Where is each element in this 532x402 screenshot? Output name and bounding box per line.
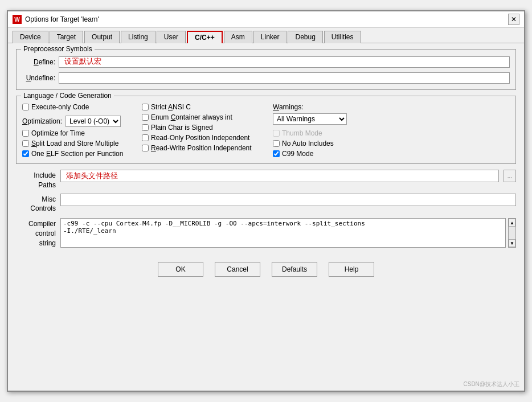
enum-container-label: Enum Container always int — [151, 113, 232, 121]
compiler-string-textarea[interactable] — [60, 218, 506, 248]
strict-ansi-row: Strict ANSI C — [142, 103, 267, 111]
include-paths-row: IncludePaths 添加头文件路径 ... — [16, 170, 516, 190]
define-row: Define: 设置默认宏 — [22, 56, 510, 68]
c99-mode-checkbox[interactable] — [273, 150, 280, 157]
define-label: Define: — [22, 58, 55, 66]
no-auto-includes-label: No Auto Includes — [282, 140, 334, 147]
optimize-time-row: Optimize for Time — [22, 129, 136, 137]
warnings-select-row: All Warnings No Warnings MISRA Warnings — [273, 113, 364, 125]
include-paths-input[interactable] — [60, 170, 499, 182]
one-elf-row: One ELF Section per Function — [22, 150, 136, 158]
tab-target[interactable]: Target — [50, 31, 83, 43]
help-button[interactable]: Help — [329, 262, 374, 277]
tab-cpp[interactable]: C/C++ — [187, 31, 223, 43]
plain-char-label: Plain Char is Signed — [151, 124, 213, 132]
include-annotation: 添加头文件路径 — [66, 171, 118, 181]
title-bar: W Options for Target 'learn' ✕ — [8, 11, 524, 28]
language-codegen-group: Language / Code Generation Execute-only … — [16, 96, 516, 164]
no-auto-includes-row: No Auto Includes — [273, 140, 364, 147]
misc-controls-row: MiscControls — [16, 194, 516, 214]
read-only-pi-row: Read-Only Position Independent — [142, 134, 267, 142]
strict-ansi-label: Strict ANSI C — [151, 103, 191, 111]
optimize-time-label: Optimize for Time — [31, 129, 85, 137]
undefine-input[interactable] — [59, 72, 510, 84]
title-bar-left: W Options for Target 'learn' — [13, 15, 99, 24]
preprocessor-group-title: Preprocessor Symbols — [21, 45, 95, 53]
misc-controls-label: MiscControls — [16, 194, 56, 214]
compiler-wrap: ▲ ▼ — [60, 218, 516, 248]
tab-asm[interactable]: Asm — [224, 31, 252, 43]
c99-mode-label: C99 Mode — [282, 150, 313, 158]
warnings-label: Warnings: — [273, 103, 364, 111]
compiler-scrollbar: ▲ ▼ — [508, 218, 516, 248]
cancel-button[interactable]: Cancel — [215, 262, 260, 277]
optimization-row: Optimization: Level 0 (-O0) Level 1 (-O1… — [22, 116, 136, 127]
tab-utilities[interactable]: Utilities — [324, 31, 361, 43]
execute-only-label: Execute-only Code — [31, 103, 89, 111]
undefine-label: Undefine: — [22, 74, 55, 82]
tab-device[interactable]: Device — [13, 31, 48, 43]
plain-char-row: Plain Char is Signed — [142, 124, 267, 132]
thumb-mode-label: Thumb Mode — [282, 129, 322, 137]
undefine-row: Undefine: — [22, 72, 510, 84]
content-area: Preprocessor Symbols Define: 设置默认宏 Undef… — [8, 43, 524, 254]
defaults-button[interactable]: Defaults — [272, 262, 317, 277]
ok-button[interactable]: OK — [158, 262, 203, 277]
c99-mode-row: C99 Mode — [273, 150, 364, 158]
tab-output[interactable]: Output — [84, 31, 120, 43]
split-load-checkbox[interactable] — [22, 140, 29, 147]
optimize-time-checkbox[interactable] — [22, 130, 29, 137]
compiler-control-label: Compilercontrolstring — [16, 218, 56, 248]
include-paths-label: IncludePaths — [16, 170, 56, 190]
split-load-row: Split Load and Store Multiple — [22, 140, 136, 147]
scrollbar-down[interactable]: ▼ — [509, 239, 515, 247]
compiler-control-row: Compilercontrolstring ▲ ▼ — [16, 218, 516, 248]
tab-listing[interactable]: Listing — [121, 31, 155, 43]
read-only-pi-checkbox[interactable] — [142, 134, 149, 141]
bottom-buttons: OK Cancel Defaults Help — [8, 254, 524, 282]
enum-container-checkbox[interactable] — [142, 114, 149, 121]
warnings-select[interactable]: All Warnings No Warnings MISRA Warnings — [273, 113, 347, 125]
one-elf-label: One ELF Section per Function — [31, 150, 123, 158]
thumb-mode-checkbox[interactable] — [273, 130, 280, 137]
thumb-mode-row: Thumb Mode — [273, 129, 364, 137]
tab-user[interactable]: User — [157, 31, 186, 43]
misc-controls-input[interactable] — [60, 194, 516, 206]
preprocessor-group: Preprocessor Symbols Define: 设置默认宏 Undef… — [16, 49, 516, 90]
optimization-label: Optimization: — [22, 117, 62, 125]
one-elf-checkbox[interactable] — [22, 150, 29, 157]
split-load-label: Split Load and Store Multiple — [31, 140, 118, 147]
tab-linker[interactable]: Linker — [253, 31, 287, 43]
read-only-pi-label: Read-Only Position Independent — [151, 134, 249, 142]
tab-debug[interactable]: Debug — [288, 31, 322, 43]
execute-only-checkbox[interactable] — [22, 104, 29, 110]
define-annotation: 设置默认宏 — [64, 56, 101, 67]
include-area: IncludePaths 添加头文件路径 ... MiscControls — [16, 170, 516, 214]
read-write-pi-label: Read-Write Position Independent — [151, 144, 252, 152]
app-icon: W — [13, 15, 22, 24]
strict-ansi-checkbox[interactable] — [142, 104, 149, 110]
execute-only-row: Execute-only Code — [22, 103, 136, 111]
dialog-title: Options for Target 'learn' — [25, 15, 99, 23]
main-dialog: W Options for Target 'learn' ✕ Device Ta… — [7, 10, 525, 392]
language-codegen-title: Language / Code Generation — [21, 92, 114, 100]
define-input[interactable] — [59, 56, 510, 68]
tabs-container: Device Target Output Listing User C/C++ … — [8, 28, 524, 43]
include-browse-button[interactable]: ... — [504, 170, 516, 182]
optimization-select[interactable]: Level 0 (-O0) Level 1 (-O1) Level 2 (-O2… — [66, 116, 121, 127]
read-write-pi-row: Read-Write Position Independent — [142, 144, 267, 152]
close-button[interactable]: ✕ — [508, 14, 519, 25]
read-write-pi-checkbox[interactable] — [142, 145, 149, 151]
warnings-col: Warnings: All Warnings No Warnings MISRA… — [273, 103, 364, 125]
watermark: CSDN@技术达人小王 — [464, 380, 520, 388]
plain-char-checkbox[interactable] — [142, 124, 149, 131]
no-auto-includes-checkbox[interactable] — [273, 140, 280, 147]
scrollbar-up[interactable]: ▲ — [509, 219, 515, 227]
enum-container-row: Enum Container always int — [142, 113, 267, 121]
